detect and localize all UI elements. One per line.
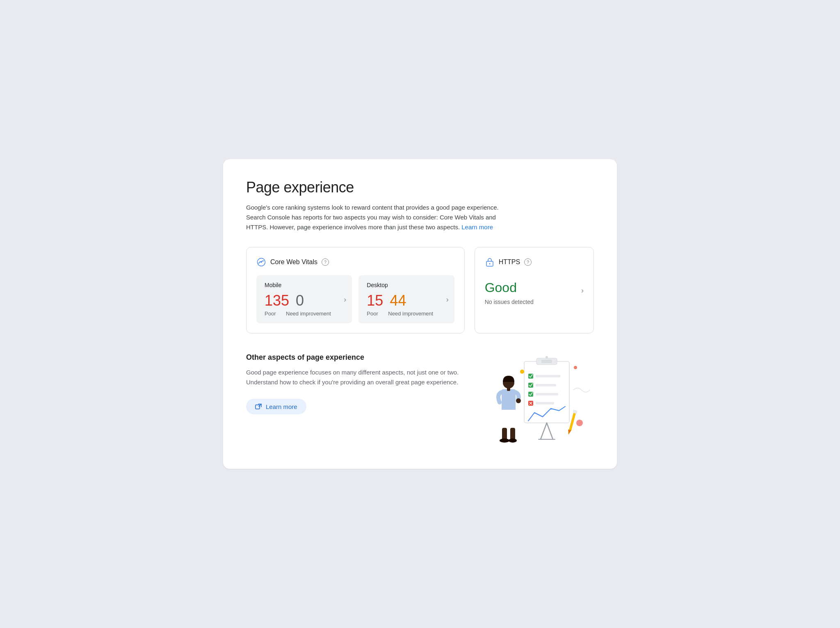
mobile-improvement-label: Need improvement [286, 311, 335, 317]
mobile-metric-box[interactable]: Mobile 135 0 Poor Need improvement › [256, 275, 352, 323]
page-experience-illustration [479, 353, 594, 449]
other-aspects-description: Good page experience focuses on many dif… [246, 368, 459, 387]
svg-point-19 [520, 370, 524, 374]
cards-row: Core Web Vitals ? Mobile 135 0 Poor Need [246, 247, 594, 333]
svg-rect-34 [569, 411, 577, 431]
svg-line-32 [547, 423, 553, 439]
other-aspects-section: Other aspects of page experience Good pa… [246, 353, 594, 449]
lock-icon [485, 257, 495, 267]
desktop-chevron-icon: › [446, 295, 449, 304]
learn-more-inline-link[interactable]: Learn more [461, 224, 493, 231]
svg-point-25 [516, 398, 521, 403]
main-card: Page experience Google's core ranking sy… [223, 159, 617, 469]
learn-more-button[interactable]: Learn more [246, 399, 306, 414]
svg-point-1 [261, 262, 262, 263]
external-link-icon [255, 403, 262, 410]
svg-rect-24 [507, 388, 510, 391]
https-help-icon[interactable]: ? [524, 258, 532, 266]
desktop-labels: Poor Need improvement [367, 311, 446, 317]
svg-marker-35 [567, 429, 571, 435]
svg-line-31 [541, 423, 547, 439]
mobile-chevron-icon: › [344, 295, 346, 304]
gauge-icon [256, 257, 266, 267]
https-card: HTTPS ? Good No issues detected › [475, 247, 594, 333]
mobile-label: Mobile [265, 282, 344, 288]
page-description: Google's core ranking systems look to re… [246, 203, 509, 232]
svg-rect-26 [501, 410, 516, 430]
svg-rect-28 [510, 428, 515, 440]
svg-point-21 [576, 420, 583, 426]
svg-point-29 [500, 438, 509, 443]
svg-rect-14 [536, 393, 558, 395]
desktop-improvement-count: 44 [390, 293, 406, 308]
desktop-poor-count: 15 [367, 293, 383, 308]
mobile-poor-label: Poor [265, 311, 279, 317]
svg-point-3 [489, 263, 490, 265]
other-aspects-title: Other aspects of page experience [246, 353, 459, 362]
https-status: Good [485, 280, 584, 295]
svg-line-5 [259, 404, 261, 406]
mobile-numbers: 135 0 [265, 293, 344, 308]
metrics-row: Mobile 135 0 Poor Need improvement › Des… [256, 275, 454, 323]
mobile-labels: Poor Need improvement [265, 311, 344, 317]
svg-rect-12 [536, 384, 556, 386]
svg-rect-10 [536, 375, 560, 377]
svg-point-20 [574, 366, 577, 369]
desktop-label: Desktop [367, 282, 446, 288]
https-card-title: HTTPS [499, 258, 520, 266]
https-chevron-icon[interactable]: › [581, 286, 584, 295]
svg-rect-8 [541, 360, 552, 363]
svg-point-30 [509, 438, 517, 443]
desktop-metric-box[interactable]: Desktop 15 44 Poor Need improvement › [358, 275, 454, 323]
https-content: Good No issues detected [485, 275, 584, 310]
https-card-header: HTTPS ? [485, 257, 584, 267]
mobile-improvement-count: 0 [296, 293, 304, 308]
svg-rect-4 [256, 405, 260, 409]
svg-rect-27 [502, 428, 507, 440]
cwv-card-header: Core Web Vitals ? [256, 257, 454, 267]
cwv-card-title: Core Web Vitals [270, 258, 317, 266]
desktop-improvement-label: Need improvement [388, 311, 437, 317]
mobile-poor-count: 135 [265, 293, 289, 308]
desktop-numbers: 15 44 [367, 293, 446, 308]
desktop-poor-label: Poor [367, 311, 381, 317]
svg-rect-23 [502, 389, 516, 412]
svg-rect-36 [573, 410, 578, 414]
svg-rect-18 [536, 402, 554, 404]
core-web-vitals-card: Core Web Vitals ? Mobile 135 0 Poor Need [246, 247, 465, 333]
https-description: No issues detected [485, 299, 584, 305]
page-title: Page experience [246, 179, 594, 196]
cwv-help-icon[interactable]: ? [322, 258, 329, 266]
other-aspects-content: Other aspects of page experience Good pa… [246, 353, 459, 414]
svg-point-37 [546, 356, 548, 359]
